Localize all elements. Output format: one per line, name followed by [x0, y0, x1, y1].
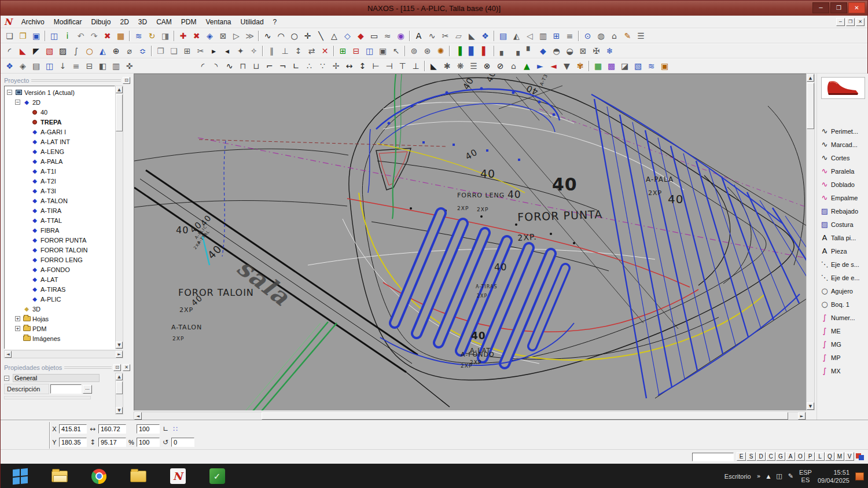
mode-button-v[interactable]: V [845, 452, 854, 461]
toolbar-button-tb2-38[interactable]: ▊ [465, 45, 479, 57]
display-tray-icon[interactable]: ◫ [776, 472, 782, 480]
naxos-taskbar-button[interactable]: N [158, 464, 197, 488]
toolbar-button-tb3-18[interactable]: ∟ [289, 60, 303, 72]
toolbar-button-tb3-25[interactable]: ⊣ [382, 60, 396, 72]
menu-archivo[interactable]: Archivo [17, 17, 49, 27]
layer-color-icon[interactable] [855, 453, 865, 461]
toolbar-button-tb3-37[interactable]: ► [534, 60, 547, 72]
toolbar-button-tb1-22[interactable]: ∿ [261, 30, 274, 42]
toolbar-button-tb1-5[interactable]: i [61, 30, 74, 42]
toolbar-button-tb2-4[interactable]: ▨ [56, 45, 69, 57]
description-browse-button[interactable]: ... [83, 385, 92, 394]
toolbar-button-tb3-9[interactable]: ✜ [123, 60, 136, 72]
toolbar-button-tb2-1[interactable]: ◣ [16, 45, 30, 57]
group-collapse-icon[interactable]: − [4, 376, 9, 381]
y-coordinate-value[interactable]: 180.35 [59, 438, 87, 447]
toolbar-button-tb1-45[interactable]: ⊞ [550, 30, 563, 42]
cad-viewport[interactable]: 404040A-T3I404040FORRO LENG402XP2XPFOROR… [134, 74, 806, 410]
toolbar-button-tb2-22[interactable]: ⊥ [278, 45, 292, 57]
menu-2d[interactable]: 2D [115, 17, 133, 27]
tree-item-im-genes[interactable]: Imágenes [6, 333, 115, 343]
tool-cortes[interactable]: ∿Cortes [817, 151, 868, 164]
tree-item-pdm[interactable]: +PDM [6, 324, 115, 333]
toolbar-button-tb3-42[interactable]: ▦ [591, 60, 605, 72]
toolbar-button-tb1-32[interactable]: ◉ [394, 30, 407, 42]
toolbar-button-tb1-2[interactable]: ▣ [30, 30, 43, 42]
tool-rebajado[interactable]: ▨Rebajado [817, 204, 868, 218]
toolbar-button-tb1-41[interactable]: ▤ [496, 30, 510, 42]
mdi-minimize-button[interactable]: ─ [836, 18, 845, 26]
toolbar-button-tb2-48[interactable]: ✠ [590, 45, 603, 57]
toolbar-button-tb2-42[interactable]: ▗ [510, 45, 523, 57]
start-button[interactable] [1, 464, 40, 488]
scroll-left-icon[interactable]: ◄ [5, 351, 12, 358]
toolbar-button-tb2-49[interactable]: ❄ [603, 45, 616, 57]
toolbar-button-tb2-3[interactable]: ▧ [43, 45, 56, 57]
toolbar-button-tb1-1[interactable]: ❐ [16, 30, 30, 42]
tree-item-a-gari-i[interactable]: ◆A-GARI I [6, 127, 115, 137]
toolbar-button-tb2-27[interactable]: ⊞ [336, 45, 350, 57]
toolbar-button-tb2-39[interactable]: ▌ [479, 45, 492, 57]
toolbar-button-tb3-36[interactable]: ▲ [520, 60, 534, 72]
toolbar-button-tb1-26[interactable]: ╲ [314, 30, 328, 42]
toolbar-button-tb1-35[interactable]: ∿ [425, 30, 439, 42]
toolbar-button-tb2-10[interactable]: ≎ [136, 45, 149, 57]
menu-pdm[interactable]: PDM [176, 17, 201, 27]
toolbar-button-tb2-9[interactable]: ⌀ [123, 45, 136, 57]
toolbar-button-tb2-45[interactable]: ◓ [550, 45, 563, 57]
mode-button-d[interactable]: D [756, 452, 766, 461]
tree-item-a-pala[interactable]: ◆A-PALA [6, 156, 115, 166]
tree-item-40[interactable]: 40 [6, 107, 115, 117]
collapse-icon[interactable]: − [7, 90, 12, 95]
toolbar-button-tb1-27[interactable]: △ [328, 30, 341, 42]
show-hidden-icons[interactable]: ▲ [766, 474, 770, 479]
toolbar-button-tb3-15[interactable]: ⊔ [249, 60, 263, 72]
toolbar-button-tb2-8[interactable]: ⊕ [109, 45, 123, 57]
toolbar-button-tb2-34[interactable]: ⊛ [421, 45, 434, 57]
toolbar-button-tb1-51[interactable]: ✎ [621, 30, 634, 42]
toolbar-button-tb3-5[interactable]: ≡ [69, 60, 83, 72]
toolbar-button-tb1-50[interactable]: ⌂ [608, 30, 621, 42]
tree-item-hojas[interactable]: +Hojas [6, 314, 115, 324]
toolbar-button-tb2-5[interactable]: ∫ [69, 45, 83, 57]
scroll-up-icon[interactable]: ▲ [116, 373, 123, 380]
tree-item-fibra[interactable]: ◆FIBRA [6, 225, 115, 235]
minimize-button[interactable]: ─ [812, 2, 829, 13]
toolbar-button-tb3-21[interactable]: ✢ [329, 60, 343, 72]
toolbar-button-tb2-17[interactable]: ◂ [220, 45, 234, 57]
toolbar-button-tb3-44[interactable]: ◪ [618, 60, 631, 72]
scroll-down-icon[interactable]: ▼ [116, 407, 123, 414]
tree-item-a-fondo[interactable]: ◆A-FONDO [6, 265, 115, 274]
vero-app-button[interactable]: ✓ [197, 464, 237, 488]
toolbar-button-tb3-4[interactable]: ↓ [56, 60, 69, 72]
toolbar-button-tb1-15[interactable]: ✚ [176, 30, 190, 42]
file-explorer-button[interactable] [40, 464, 79, 488]
toolbar-button-tb2-0[interactable]: ◜ [3, 45, 16, 57]
toolbar-button-tb1-23[interactable]: ◠ [274, 30, 288, 42]
toolbar-button-tb1-7[interactable]: ↷ [87, 30, 101, 42]
properties-group-general[interactable]: General [13, 374, 100, 382]
toolbar-button-tb2-30[interactable]: ▣ [376, 45, 389, 57]
toolbar-button-tb2-46[interactable]: ◒ [563, 45, 576, 57]
toolbar-button-tb3-13[interactable]: ∿ [223, 60, 236, 72]
tool-agujero[interactable]: ○Agujero [817, 284, 868, 298]
toolbar-button-tb3-40[interactable]: ✾ [573, 60, 587, 72]
toolbar-button-tb3-33[interactable]: ⊗ [480, 60, 494, 72]
menu-cam[interactable]: CAM [152, 17, 176, 27]
tool-mp[interactable]: ∫MP [817, 351, 868, 364]
language-indicator[interactable]: ESP ES [799, 469, 812, 484]
toolbar-button-tb1-43[interactable]: ◁ [523, 30, 536, 42]
toolbar-button-tb1-25[interactable]: ✛ [301, 30, 314, 42]
tool-me[interactable]: ∫ME [817, 324, 868, 337]
toolbar-button-tb2-35[interactable]: ✺ [434, 45, 447, 57]
toolbar-button-tb2-6[interactable]: ○ [83, 45, 96, 57]
tool-empalme[interactable]: ∿Empalme [817, 191, 868, 204]
tree-scroll-thumb[interactable] [116, 94, 123, 131]
tree-item-a-t1i[interactable]: ◆A-T1I [6, 166, 115, 176]
toolbar-button-tb1-52[interactable]: ☰ [634, 30, 648, 42]
toolbar-button-tb3-6[interactable]: ⊟ [83, 60, 96, 72]
tree-item-a-lat-int[interactable]: ◆A-LAT INT [6, 137, 115, 146]
toolbar-button-tb3-2[interactable]: ▤ [30, 60, 43, 72]
toolbar-button-tb3-0[interactable]: ❖ [3, 60, 16, 72]
scroll-right-icon[interactable]: ► [116, 351, 123, 358]
